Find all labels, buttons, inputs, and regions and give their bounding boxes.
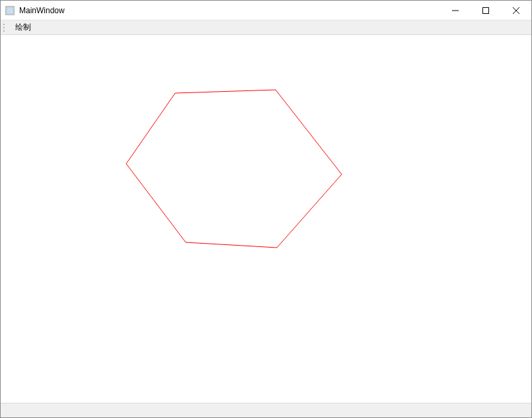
toolbar-grip-icon: [3, 22, 7, 33]
svg-rect-1: [7, 7, 13, 13]
window-controls: [440, 1, 531, 20]
statusbar: [1, 403, 531, 417]
titlebar: MainWindow: [1, 1, 531, 20]
titlebar-left: MainWindow: [5, 5, 65, 16]
menubar: 绘制: [1, 20, 531, 35]
minimize-button[interactable]: [440, 1, 471, 20]
maximize-button[interactable]: [471, 1, 501, 20]
menu-draw[interactable]: 绘制: [10, 20, 36, 34]
window-title: MainWindow: [19, 6, 65, 15]
app-icon: [5, 5, 15, 16]
hexagon-shape: [126, 90, 342, 248]
close-button[interactable]: [501, 1, 531, 20]
vertical-scrollbar[interactable]: [529, 35, 531, 403]
drawing-canvas[interactable]: [1, 35, 531, 403]
svg-rect-3: [483, 7, 489, 13]
